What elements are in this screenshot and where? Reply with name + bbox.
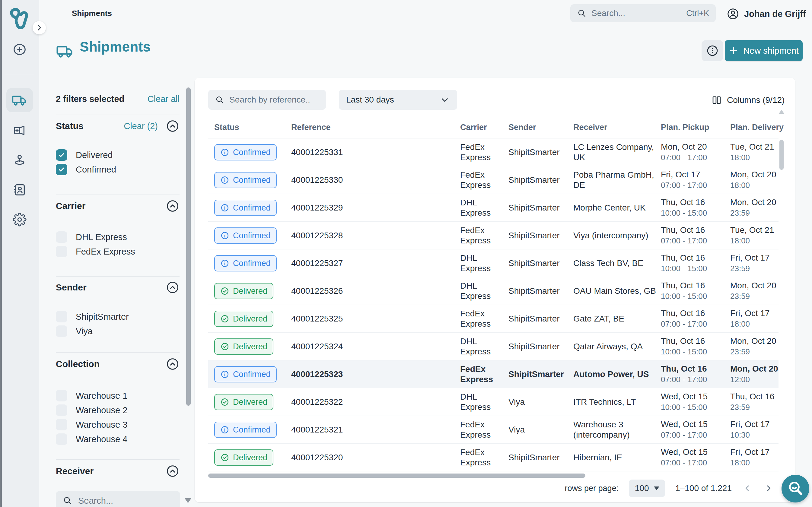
global-search-placeholder: Search... (591, 8, 681, 18)
sender-value: ShipitSmarter (508, 314, 569, 324)
checkbox-unchecked[interactable] (56, 404, 67, 416)
pickup-time: 07:00 - 17:00 (661, 430, 727, 440)
status-clear-link[interactable]: Clear (2) (124, 121, 158, 131)
columns-button[interactable]: Columns (9/12) (711, 92, 784, 108)
table-row[interactable]: Confirmed40001225329DHL ExpressShipitSma… (208, 194, 778, 222)
status-badge: Confirmed (214, 255, 277, 272)
gear-icon (13, 213, 26, 226)
table-row[interactable]: Confirmed40001225321FedEx ExpressViyaWar… (208, 416, 778, 444)
column-header-plan-pickup[interactable]: Plan. Pickup (661, 123, 709, 132)
new-shipment-button[interactable]: New shipment (725, 40, 803, 61)
receiver-search-input[interactable]: Search... (56, 491, 180, 507)
next-page-button[interactable] (763, 483, 774, 494)
receiver-value: Class Tech BV, BE (573, 258, 658, 269)
info-icon (220, 148, 229, 157)
clear-all-link[interactable]: Clear all (148, 94, 179, 104)
carrier-cell: FedEx Express (460, 222, 505, 249)
filter-section-title: Carrier (56, 201, 166, 211)
brand-logo-icon[interactable] (7, 5, 33, 32)
receiver-cell: Poba Pharma GmbH, DE (573, 166, 658, 194)
filter-option-warehouse-1[interactable]: Warehouse 1 (56, 389, 179, 403)
carrier-value: FedEx Express (460, 447, 505, 468)
plan-delivery-cell: Tue, Oct 2118:00 (730, 138, 781, 166)
table-row[interactable]: Delivered40001225325FedEx ExpressShipitS… (208, 305, 778, 333)
collapse-chevron-icon[interactable] (166, 119, 179, 133)
reference-cell: 40001225321 (291, 416, 448, 444)
reference-search-input[interactable]: Search by reference.. (208, 90, 326, 110)
filters-scrollbar-down-arrow[interactable] (185, 498, 191, 503)
sidebar-item-locations[interactable] (13, 153, 26, 167)
table-row[interactable]: Confirmed40001225331FedEx ExpressShipitS… (208, 138, 778, 166)
table-row[interactable]: Confirmed40001225323FedEx ExpressShipitS… (208, 360, 778, 388)
filter-section-title: Collection (56, 359, 166, 369)
checkbox-unchecked[interactable] (56, 434, 67, 445)
delivery-date: Fri, Oct 17 (730, 419, 781, 430)
filter-option-warehouse-4[interactable]: Warehouse 4 (56, 432, 179, 446)
filter-option-warehouse-2[interactable]: Warehouse 2 (56, 403, 179, 417)
collapse-chevron-icon[interactable] (166, 281, 179, 294)
column-header-plan-delivery[interactable]: Plan. Delivery (730, 123, 783, 132)
sidebar-item-containers[interactable] (13, 123, 26, 137)
table-row[interactable]: Confirmed40001225330FedEx ExpressShipitS… (208, 166, 778, 194)
checkbox-unchecked[interactable] (56, 311, 67, 323)
table-row[interactable]: Delivered40001225320FedEx ExpressShipitS… (208, 444, 778, 471)
checkbox-unchecked[interactable] (56, 390, 67, 401)
table-row[interactable]: Confirmed40001225327DHL ExpressShipitSma… (208, 249, 778, 277)
table-vertical-scrollbar[interactable] (779, 139, 783, 170)
carrier-cell: FedEx Express (460, 138, 505, 166)
filter-section-title: Status (56, 121, 124, 131)
status-badge: Delivered (214, 394, 273, 410)
plan-pickup-cell: Thu, Oct 1610:00 - 15:00 (661, 277, 727, 305)
filter-option-shipitsmarter[interactable]: ShipitSmarter (56, 309, 179, 324)
checkbox-checked[interactable] (56, 149, 67, 161)
previous-page-button[interactable] (742, 483, 753, 494)
column-header-reference[interactable]: Reference (291, 123, 331, 132)
reference-value: 40001225322 (291, 397, 448, 407)
rows-per-page-select[interactable]: 100 (629, 480, 665, 497)
checkbox-unchecked[interactable] (56, 246, 67, 257)
column-header-carrier[interactable]: Carrier (460, 123, 487, 132)
filters-scrollbar[interactable] (186, 88, 191, 406)
sender-value: ShipitSmarter (508, 175, 569, 185)
collapse-chevron-icon[interactable] (166, 199, 179, 213)
sender-value: ShipitSmarter (508, 369, 569, 380)
carrier-cell: FedEx Express (460, 444, 505, 471)
receiver-value: Morphe Center, UK (573, 203, 658, 213)
table-row[interactable]: Delivered40001225326DHL ExpressShipitSma… (208, 277, 778, 305)
user-avatar-icon (726, 7, 739, 20)
page-info-button[interactable] (702, 40, 723, 61)
new-shipment-plus-icon[interactable] (13, 43, 26, 56)
filter-option-warehouse-3[interactable]: Warehouse 3 (56, 417, 179, 432)
check-circle-icon (220, 397, 229, 406)
table-horizontal-scrollbar[interactable] (208, 473, 585, 478)
filter-option-viya[interactable]: Viya (56, 324, 179, 338)
table-row[interactable]: Delivered40001225324DHL ExpressShipitSma… (208, 333, 778, 360)
column-header-receiver[interactable]: Receiver (573, 123, 607, 132)
collapse-chevron-icon[interactable] (166, 357, 179, 371)
checkbox-unchecked[interactable] (56, 419, 67, 431)
column-header-status[interactable]: Status (214, 123, 239, 132)
table-row[interactable]: Confirmed40001225328FedEx ExpressShipitS… (208, 222, 778, 249)
pickup-time: 07:00 - 17:00 (661, 375, 727, 385)
filter-option-confirmed[interactable]: Confirmed (56, 162, 179, 177)
sidebar-item-shipments[interactable] (6, 88, 33, 112)
filter-option-dhl-express[interactable]: DHL Express (56, 230, 179, 244)
filter-option-delivered[interactable]: Delivered (56, 148, 179, 162)
sidebar-expand-button[interactable] (33, 21, 46, 35)
checkbox-checked[interactable] (56, 164, 67, 175)
global-search-input[interactable]: Search... Ctrl+K (570, 4, 716, 22)
table-vertical-scrollbar-up-arrow[interactable] (779, 110, 784, 114)
check-circle-icon (220, 314, 229, 323)
filter-option-label: Warehouse 3 (76, 420, 127, 430)
checkbox-unchecked[interactable] (56, 231, 67, 243)
column-header-sender[interactable]: Sender (508, 123, 536, 132)
date-range-select[interactable]: Last 30 days (339, 90, 457, 110)
support-search-fab[interactable] (781, 475, 809, 503)
table-row[interactable]: Delivered40001225322DHL ExpressViyaITR T… (208, 388, 778, 416)
collapse-chevron-icon[interactable] (166, 464, 179, 478)
sidebar-item-settings[interactable] (13, 213, 26, 226)
filter-option-fedex-express[interactable]: FedEx Express (56, 244, 179, 259)
checkbox-unchecked[interactable] (56, 326, 67, 337)
sidebar-item-contacts[interactable] (13, 183, 26, 196)
user-menu[interactable]: Johan de Grijff (726, 7, 806, 21)
